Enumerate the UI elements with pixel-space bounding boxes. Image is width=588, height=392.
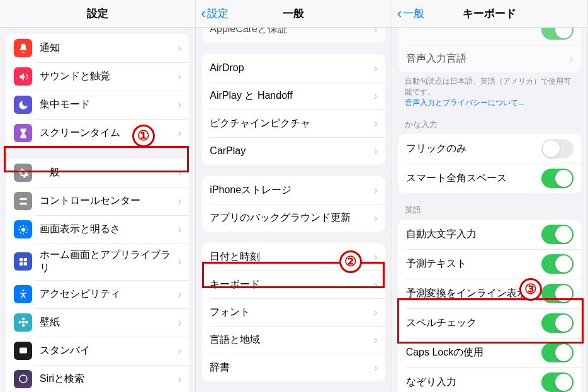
toggle-switch[interactable] (541, 254, 574, 274)
row-label: ピクチャインピクチャ (210, 117, 373, 130)
row-applecare[interactable]: AppleCareと保証 › (202, 28, 385, 43)
row-sounds[interactable]: サウンドと触覚 › (6, 62, 189, 91)
kana-group: フリックのみ スマート全角スペース (399, 134, 581, 193)
row-general[interactable]: 一般 › (6, 159, 189, 187)
row-prev-toggle[interactable] (399, 28, 581, 45)
row-wallpaper[interactable]: 壁紙 › (6, 308, 189, 337)
toggle-switch[interactable] (541, 225, 574, 244)
row-airplay[interactable]: AirPlay と Handoff › (202, 82, 385, 109)
toggle-switch[interactable] (541, 372, 574, 392)
row-inline-predict[interactable]: 予測変換をインライン表示 (399, 279, 581, 308)
svg-rect-5 (20, 262, 23, 266)
english-header: 英語 (392, 193, 587, 220)
chevron-right-icon: › (178, 223, 181, 236)
row-notifications[interactable]: 通知 › (6, 34, 189, 62)
row-label: なぞり入力 (406, 376, 541, 389)
row-homescreen[interactable]: ホーム画面とアプリライブラリ › (6, 244, 189, 280)
row-flick-only[interactable]: フリックのみ (399, 134, 581, 164)
row-label: 辞書 (210, 361, 373, 374)
general-group-a: AirDrop › AirPlay と Handoff › ピクチャインピクチャ… (202, 54, 385, 165)
row-auto-caps[interactable]: 自動大文字入力 (399, 220, 581, 249)
row-spellcheck[interactable]: スペルチェック (399, 308, 581, 338)
row-dictionary[interactable]: 辞書 › (202, 354, 385, 381)
nav-title: 一般 (283, 6, 304, 21)
toggle-switch[interactable] (541, 284, 574, 303)
row-datetime[interactable]: 日付と時刻 › (202, 243, 385, 271)
brightness-icon (14, 220, 32, 238)
svg-point-10 (21, 324, 25, 327)
row-label: アクセシビリティ (40, 288, 178, 301)
row-bgrefresh[interactable]: アプリのバックグラウンド更新 › (202, 204, 385, 232)
row-label: AppleCareと保証 (210, 28, 373, 35)
chevron-left-icon: ‹ (397, 7, 402, 21)
row-slide-type[interactable]: なぞり入力 (399, 367, 581, 392)
bell-icon (14, 39, 32, 57)
svg-point-14 (20, 375, 27, 383)
svg-point-9 (21, 318, 25, 321)
row-label: スマート全角スペース (406, 172, 541, 185)
row-label: CarPlay (210, 145, 373, 158)
row-smart-fullwidth[interactable]: スマート全角スペース (399, 164, 581, 193)
row-label: 一般 (40, 166, 178, 179)
row-language[interactable]: 言語と地域 › (202, 326, 385, 354)
row-font[interactable]: フォント › (202, 298, 385, 326)
nav-title: キーボード (463, 6, 516, 21)
standby-icon (14, 342, 32, 360)
row-label: スペルチェック (406, 316, 541, 330)
row-screentime[interactable]: スクリーンタイム › (6, 119, 189, 147)
row-pip[interactable]: ピクチャインピクチャ › (202, 109, 385, 137)
switches-icon (14, 192, 32, 210)
settings-content[interactable]: 通知 › サウンドと触覚 › 集中モード › スクリーンタイム › (0, 28, 195, 392)
keyboard-content[interactable]: 音声入力言語 › 自動句読点は日本語、英語（アメリカ）で使用可能です。 音声入力… (392, 28, 587, 392)
row-label: 予測テキスト (406, 257, 541, 271)
svg-rect-3 (20, 258, 23, 261)
chevron-right-icon: › (178, 166, 181, 179)
row-predictive[interactable]: 予測テキスト (399, 249, 581, 279)
svg-rect-6 (23, 262, 26, 266)
row-label: 集中モード (40, 98, 178, 111)
chevron-right-icon: › (178, 344, 181, 357)
row-dictation-lang[interactable]: 音声入力言語 › (399, 45, 581, 72)
toggle-switch[interactable] (541, 343, 574, 362)
row-accessibility[interactable]: アクセシビリティ › (6, 280, 189, 308)
row-focus[interactable]: 集中モード › (6, 91, 189, 119)
chevron-right-icon: › (178, 42, 181, 55)
siri-icon (14, 370, 32, 388)
toggle-switch[interactable] (541, 169, 574, 188)
nav-back-button[interactable]: ‹ 設定 (201, 6, 228, 21)
toggle-switch[interactable] (541, 139, 574, 159)
row-display[interactable]: 画面表示と明るさ › (6, 215, 189, 244)
row-storage[interactable]: iPhoneストレージ › (202, 176, 385, 204)
nav-back-button[interactable]: ‹ 一般 (397, 6, 424, 21)
chevron-right-icon: › (178, 288, 181, 301)
row-keyboard[interactable]: キーボード › (202, 271, 385, 298)
nav-bar: ‹ 一般 キーボード (392, 0, 587, 28)
row-standby[interactable]: スタンバイ › (6, 337, 189, 365)
chevron-right-icon: › (178, 316, 181, 329)
row-label: Siriと検索 (40, 372, 178, 386)
svg-rect-13 (20, 348, 27, 354)
svg-point-8 (21, 321, 25, 324)
row-carplay[interactable]: CarPlay › (202, 137, 385, 165)
row-airdrop[interactable]: AirDrop › (202, 54, 385, 82)
row-control-center[interactable]: コントロールセンター › (6, 187, 189, 215)
row-capslock[interactable]: Caps Lockの使用 (399, 338, 581, 367)
chevron-right-icon: › (374, 117, 378, 130)
row-label: 通知 (40, 42, 178, 55)
row-label: 画面表示と明るさ (40, 223, 178, 236)
row-label: スクリーンタイム (40, 126, 178, 140)
toggle-switch[interactable] (541, 28, 574, 40)
svg-point-11 (18, 321, 21, 324)
dictation-privacy-link[interactable]: 音声入力とプライバシーについて... (405, 98, 524, 107)
gear-icon (14, 164, 32, 182)
svg-point-12 (25, 321, 28, 324)
chevron-right-icon: › (570, 52, 574, 65)
chevron-right-icon: › (374, 184, 378, 197)
row-label: 日付と時刻 (210, 250, 373, 264)
general-content[interactable]: AppleCareと保証 › AirDrop › AirPlay と Hando… (196, 28, 391, 392)
row-label: コントロールセンター (40, 194, 178, 208)
chevron-right-icon: › (178, 70, 181, 83)
nav-bar: ‹ 設定 一般 (196, 0, 391, 28)
toggle-switch[interactable] (541, 313, 574, 333)
row-siri[interactable]: Siriと検索 › (6, 365, 189, 392)
